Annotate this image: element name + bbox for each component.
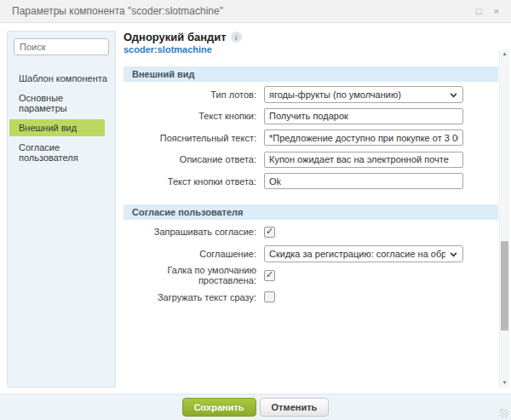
form-row: Загружать текст сразу: xyxy=(123,286,498,308)
scrollbar-thumb[interactable] xyxy=(501,241,508,331)
field-label: Текст кнопки: xyxy=(123,111,264,121)
cancel-button[interactable]: Отменить xyxy=(260,398,330,417)
form-row: Текст кнопки: xyxy=(123,106,498,128)
component-code-link[interactable]: scoder:slotmachine xyxy=(123,44,498,55)
sidebar-item-main-parameters[interactable]: Основные параметры xyxy=(8,89,115,117)
maximize-icon[interactable]: □ xyxy=(476,7,482,16)
info-icon[interactable]: i xyxy=(231,32,242,43)
sidebar: Шаблон компонента Основные параметры Вне… xyxy=(7,31,116,388)
section-header-user-consent: Согласие пользователя xyxy=(123,204,498,220)
page-title: Однорукий бандит xyxy=(123,31,227,43)
field-label: Соглашение: xyxy=(123,249,264,259)
form-row: Текст кнопки ответа: xyxy=(123,170,498,193)
footer: Сохранить Отменить xyxy=(0,394,511,420)
resize-grip[interactable] xyxy=(500,409,508,417)
field-label: Текст кнопки ответа: xyxy=(123,176,264,187)
form-row: Тип лотов: ягоды-фрукты (по умолчанию) xyxy=(123,83,498,106)
checked-by-default-checkbox[interactable] xyxy=(264,270,275,281)
titlebar: Параметры компонента "scoder:slotmachine… xyxy=(0,0,511,23)
load-text-immediately-checkbox[interactable] xyxy=(264,291,275,302)
scroll-down-icon[interactable]: ▼ xyxy=(500,378,509,388)
scroll-up-icon[interactable]: ▲ xyxy=(500,49,509,59)
response-button-text-input[interactable] xyxy=(264,173,463,189)
consent-rows: Запрашивать согласие: Соглашение: Скидка… xyxy=(123,222,498,308)
agreement-select[interactable]: Скидка за регистрацию: согласие на обраб… xyxy=(264,245,463,262)
component-parameters-dialog: Параметры компонента "scoder:slotmachine… xyxy=(0,0,511,420)
dialog-title: Параметры компонента "scoder:slotmachine… xyxy=(12,5,464,17)
button-text-input[interactable] xyxy=(264,108,463,124)
field-label: Описание ответа: xyxy=(123,154,264,164)
section-header-appearance: Внешний вид xyxy=(123,66,498,82)
form-row: Описание ответа: xyxy=(123,149,498,171)
form-row: Пояснительный текст: xyxy=(123,127,498,149)
search-input[interactable] xyxy=(14,38,109,55)
main-content: Однорукий бандит i scoder:slotmachine Вн… xyxy=(123,26,498,308)
sidebar-item-appearance[interactable]: Внешний вид xyxy=(9,119,105,136)
field-label: Запрашивать согласие: xyxy=(123,227,264,237)
field-label: Пояснительный текст: xyxy=(123,133,264,143)
sidebar-menu: Шаблон компонента Основные параметры Вне… xyxy=(8,70,115,166)
lot-type-select[interactable]: ягоды-фрукты (по умолчанию) xyxy=(264,86,463,103)
form-row: Запрашивать согласие: xyxy=(123,222,498,244)
field-label: Галка по умолчанию проставлена: xyxy=(123,265,264,285)
appearance-rows: Тип лотов: ягоды-фрукты (по умолчанию) Т… xyxy=(123,83,498,193)
response-description-input[interactable] xyxy=(264,152,463,168)
close-icon[interactable]: × xyxy=(494,7,499,16)
request-consent-checkbox[interactable] xyxy=(264,227,275,238)
sidebar-item-component-template[interactable]: Шаблон компонента xyxy=(8,70,115,87)
explanatory-text-input[interactable] xyxy=(264,129,463,146)
vertical-scrollbar[interactable]: ▲ ▼ xyxy=(499,49,509,388)
sidebar-item-user-consent[interactable]: Согласие пользователя xyxy=(8,139,115,166)
form-row: Галка по умолчанию проставлена: xyxy=(123,265,498,287)
save-button[interactable]: Сохранить xyxy=(182,398,256,417)
field-label: Тип лотов: xyxy=(123,89,264,100)
form-row: Соглашение: Скидка за регистрацию: согла… xyxy=(123,243,498,265)
field-label: Загружать текст сразу: xyxy=(123,292,264,302)
